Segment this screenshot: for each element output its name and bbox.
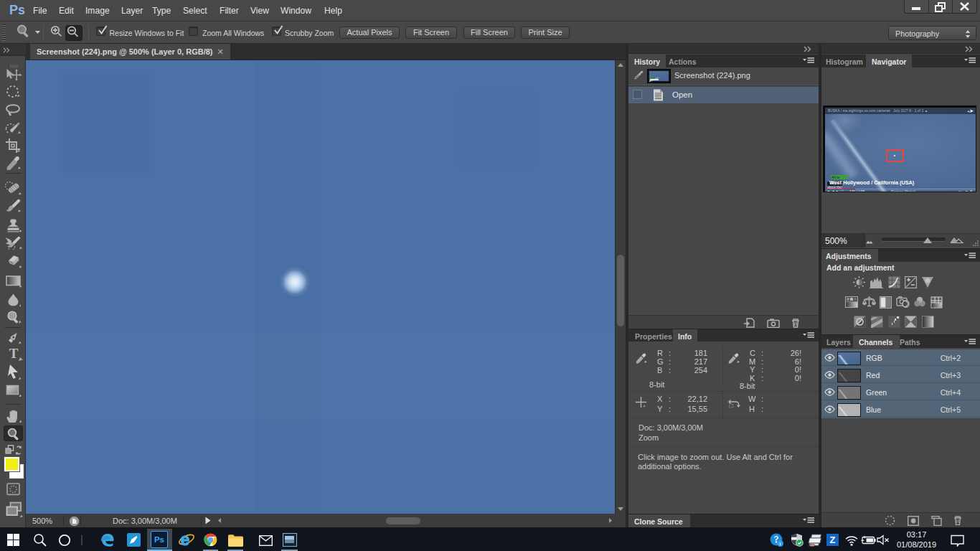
svg-text:e: e xyxy=(181,532,190,547)
